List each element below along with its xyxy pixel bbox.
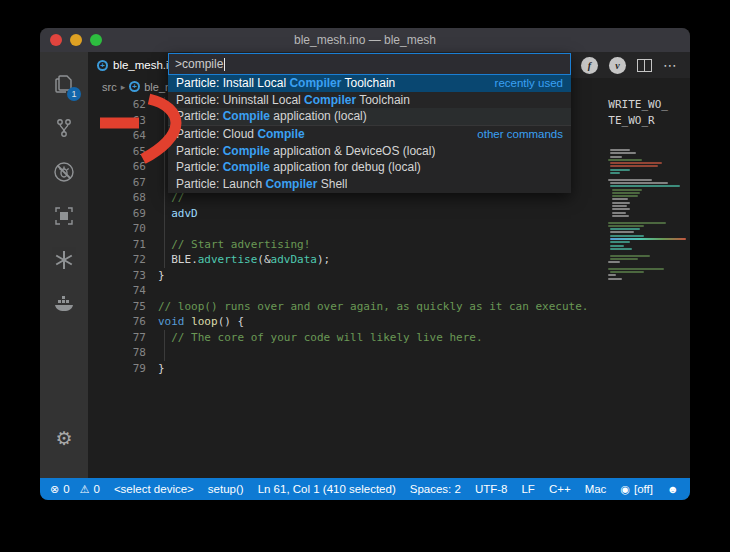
minimap-row	[608, 278, 622, 280]
encoding[interactable]: UTF-8	[475, 483, 508, 495]
line-number: 73	[88, 268, 146, 284]
cmd-compile-application-local[interactable]: Particle: Compile application (local)	[168, 108, 571, 125]
preview-frame-icon	[52, 204, 76, 228]
line-content: advD	[146, 206, 198, 222]
off-indicator[interactable]: ◉[off]	[620, 483, 653, 495]
minimap-row	[610, 182, 668, 184]
minimap-row	[610, 235, 644, 237]
minimap-row	[610, 156, 622, 158]
minimap-row	[610, 258, 638, 260]
more-actions-icon[interactable]: ⋯	[663, 57, 678, 73]
minimap-row	[610, 238, 686, 240]
line-content: void loop() {	[146, 314, 244, 330]
sidebar-item-source-control[interactable]	[40, 106, 88, 150]
setup-function[interactable]: setup()	[208, 483, 244, 495]
status-label: <select device>	[114, 483, 194, 495]
line-number: 62	[88, 97, 146, 113]
status-label: 0	[63, 483, 69, 495]
code-line: 79}	[88, 361, 690, 377]
ino-file-icon: +	[97, 60, 108, 71]
bug-slash-icon	[52, 160, 76, 184]
status-label: Mac	[585, 483, 607, 495]
command-input[interactable]: >compile	[168, 53, 571, 75]
minimap-row	[610, 185, 680, 187]
cursor-position[interactable]: Ln 61, Col 1 (410 selected)	[258, 483, 396, 495]
line-number: 78	[88, 345, 146, 361]
device-selector[interactable]: <select device>	[114, 483, 194, 495]
line-content: // The core of your code will likely liv…	[146, 330, 483, 346]
indentation[interactable]: Spaces: 2	[410, 483, 461, 495]
code-line: 76void loop() {	[88, 314, 690, 330]
status-label: Ln 61, Col 1 (410 selected)	[258, 483, 396, 495]
minimap-row	[612, 205, 627, 207]
minimap[interactable]	[608, 147, 690, 478]
window-title: ble_mesh.ino — ble_mesh	[40, 33, 690, 47]
particle-cloud-compile-icon[interactable]: f	[581, 57, 598, 74]
sidebar-item-particle[interactable]	[40, 238, 88, 282]
vscode-window: ble_mesh.ino — ble_mesh 1	[40, 28, 690, 500]
line-number: 75	[88, 299, 146, 315]
line-content	[146, 283, 158, 299]
split-editor-icon[interactable]	[637, 59, 652, 72]
minimap-row	[612, 212, 626, 214]
minimap-row	[610, 241, 630, 243]
cmd-compile-app-deviceos[interactable]: Particle: Compile application & DeviceOS…	[168, 142, 571, 159]
settings-gear-icon[interactable]: ⚙	[55, 427, 72, 450]
title-bar[interactable]: ble_mesh.ino — ble_mesh	[40, 28, 690, 52]
minimap-row	[610, 245, 624, 247]
minimap-row	[610, 255, 650, 257]
line-content	[146, 345, 158, 361]
breadcrumb-folder[interactable]: src	[102, 81, 117, 93]
status-label: LF	[521, 483, 534, 495]
smiley-icon: ☻	[667, 484, 679, 495]
platform[interactable]: Mac	[585, 483, 607, 495]
minimap-row	[612, 195, 638, 197]
minimap-row	[610, 248, 632, 250]
command-group-label: recently used	[495, 77, 563, 89]
minimap-row	[608, 274, 616, 276]
minimap-row	[612, 208, 630, 210]
feedback[interactable]: ☻	[667, 484, 679, 495]
minimap-row	[608, 222, 666, 224]
sidebar-item-debug-disabled[interactable]	[40, 150, 88, 194]
minimap-row	[610, 228, 640, 230]
particle-cloud-flash-icon[interactable]: v	[609, 57, 626, 74]
minimap-row	[610, 162, 662, 164]
status-label: [off]	[634, 483, 653, 495]
cmd-uninstall-local-compiler[interactable]: Particle: Uninstall Local Compiler Toolc…	[168, 92, 571, 109]
sidebar-item-explorer[interactable]: 1	[40, 62, 88, 106]
cmd-cloud-compile[interactable]: Particle: Cloud Compileother commands	[168, 125, 571, 143]
line-number: 71	[88, 237, 146, 253]
line-content: }	[146, 361, 165, 377]
minimap-row	[610, 152, 636, 154]
language-mode[interactable]: C++	[549, 483, 571, 495]
line-content	[146, 128, 158, 144]
minimap-row	[612, 192, 640, 194]
explorer-badge: 1	[67, 87, 81, 101]
status-label: C++	[549, 483, 571, 495]
cmd-install-local-compiler[interactable]: Particle: Install Local Compiler Toolcha…	[168, 75, 571, 92]
cmd-launch-compiler-shell[interactable]: Particle: Launch Compiler Shell	[168, 176, 571, 193]
eol-indicator[interactable]: LF	[521, 483, 534, 495]
sidebar-item-extensions[interactable]	[40, 194, 88, 238]
status-label: 0	[94, 483, 100, 495]
command-query: >compile	[175, 57, 223, 71]
command-label: Particle: Install Local Compiler Toolcha…	[176, 76, 395, 90]
line-content: // Start advertising!	[146, 237, 310, 253]
line-number: 77	[88, 330, 146, 346]
cmd-compile-app-debug[interactable]: Particle: Compile application for debug …	[168, 159, 571, 176]
command-label: Particle: Compile application (local)	[176, 109, 367, 123]
line-content: BLE.advertise(&advData);	[146, 252, 330, 268]
error-icon: ⊗	[50, 484, 59, 495]
minimap-row	[610, 165, 658, 167]
text-caret	[224, 58, 225, 71]
problems-warnings[interactable]: ⚠0	[80, 483, 100, 495]
line-number: 69	[88, 206, 146, 222]
line-number: 64	[88, 128, 146, 144]
problems-errors[interactable]: ⊗0	[50, 483, 70, 495]
minimap-row	[612, 198, 628, 200]
sidebar-item-docker[interactable]	[40, 282, 88, 326]
line-number: 68	[88, 190, 146, 206]
minimap-row	[612, 215, 629, 217]
line-number: 65	[88, 144, 146, 160]
